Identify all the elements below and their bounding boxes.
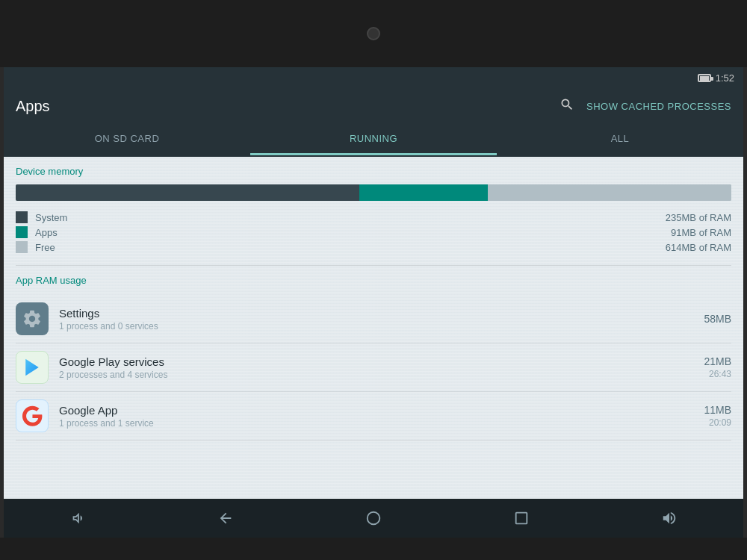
- device-memory-title: Device memory: [16, 166, 731, 177]
- bottom-bezel: [0, 538, 747, 560]
- device-frame: 1:52 Apps SHOW CACHED PROCESSES ON SD CA…: [0, 0, 747, 560]
- home-button[interactable]: [356, 500, 391, 536]
- volume-up-button[interactable]: [651, 500, 687, 536]
- legend-color-free: [16, 241, 28, 253]
- app-size-google-app: 11MB: [704, 404, 731, 416]
- app-meta-play-services: 21MB 26:43: [704, 355, 731, 379]
- app-subtitle-play-services: 2 processes and 4 services: [59, 370, 693, 380]
- svg-rect-2: [516, 513, 527, 524]
- legend-value-free: 614MB of RAM: [666, 242, 731, 253]
- top-bezel: [0, 0, 747, 67]
- memory-bar: [16, 184, 731, 201]
- battery-icon: [698, 74, 711, 82]
- app-bar-actions: SHOW CACHED PROCESSES: [560, 97, 731, 116]
- app-subtitle-settings: 1 process and 0 services: [59, 321, 693, 332]
- content-area: Device memory System 235MB of RAM Apps 9…: [4, 157, 743, 499]
- screen: 1:52 Apps SHOW CACHED PROCESSES ON SD CA…: [4, 67, 743, 538]
- tab-bar: ON SD CARD RUNNING ALL: [4, 124, 743, 157]
- app-icon-settings: [16, 302, 49, 335]
- list-item: Settings 1 process and 0 services 58MB: [16, 295, 731, 343]
- app-name-play-services: Google Play services: [59, 355, 693, 368]
- app-info-google-app: Google App 1 process and 1 service: [59, 404, 693, 429]
- tab-running[interactable]: RUNNING: [250, 124, 497, 155]
- app-subtitle-google-app: 1 process and 1 service: [59, 418, 693, 429]
- search-button[interactable]: [560, 97, 574, 116]
- recents-button[interactable]: [503, 500, 539, 536]
- app-info-settings: Settings 1 process and 0 services: [59, 307, 693, 332]
- memory-bar-system: [16, 184, 359, 201]
- memory-legend: System 235MB of RAM Apps 91MB of RAM Fre…: [16, 211, 731, 253]
- app-icon-google-app: [16, 399, 49, 432]
- status-icons: 1:52: [698, 72, 734, 84]
- volume-down-button[interactable]: [60, 500, 96, 536]
- app-meta-google-app: 11MB 20:09: [704, 404, 731, 428]
- show-cached-processes-button[interactable]: SHOW CACHED PROCESSES: [586, 101, 731, 112]
- app-meta-settings: 58MB: [704, 313, 731, 325]
- back-button[interactable]: [208, 500, 244, 536]
- legend-color-system: [16, 211, 28, 223]
- legend-color-apps: [16, 226, 28, 238]
- memory-bar-free: [488, 184, 731, 201]
- tab-all[interactable]: ALL: [497, 124, 743, 155]
- svg-marker-0: [25, 359, 39, 376]
- app-name-google-app: Google App: [59, 404, 693, 417]
- app-info-play-services: Google Play services 2 processes and 4 s…: [59, 355, 693, 380]
- nav-bar: [4, 499, 743, 538]
- camera: [367, 27, 380, 40]
- divider: [16, 265, 731, 266]
- app-size-settings: 58MB: [704, 313, 731, 325]
- app-icon-play-services: [16, 351, 49, 384]
- legend-row-apps: Apps 91MB of RAM: [16, 226, 731, 238]
- list-item: Google App 1 process and 1 service 11MB …: [16, 392, 731, 441]
- legend-value-system: 235MB of RAM: [666, 212, 731, 223]
- tab-on-sd-card[interactable]: ON SD CARD: [4, 124, 250, 155]
- legend-row-system: System 235MB of RAM: [16, 211, 731, 223]
- legend-label-system: System: [35, 212, 658, 223]
- app-name-settings: Settings: [59, 307, 693, 320]
- app-time-google-app: 20:09: [704, 417, 731, 428]
- memory-bar-apps: [359, 184, 488, 201]
- svg-point-1: [368, 512, 380, 525]
- app-bar: Apps SHOW CACHED PROCESSES: [4, 88, 743, 124]
- legend-label-apps: Apps: [35, 227, 663, 238]
- app-time-play-services: 26:43: [704, 369, 731, 379]
- list-item: Google Play services 2 processes and 4 s…: [16, 343, 731, 392]
- legend-label-free: Free: [35, 242, 658, 253]
- status-time: 1:52: [716, 72, 734, 84]
- app-ram-title: App RAM usage: [16, 275, 731, 286]
- legend-value-apps: 91MB of RAM: [671, 227, 731, 238]
- status-bar: 1:52: [4, 67, 743, 88]
- app-size-play-services: 21MB: [704, 355, 731, 367]
- legend-row-free: Free 614MB of RAM: [16, 241, 731, 253]
- app-bar-title: Apps: [16, 98, 560, 115]
